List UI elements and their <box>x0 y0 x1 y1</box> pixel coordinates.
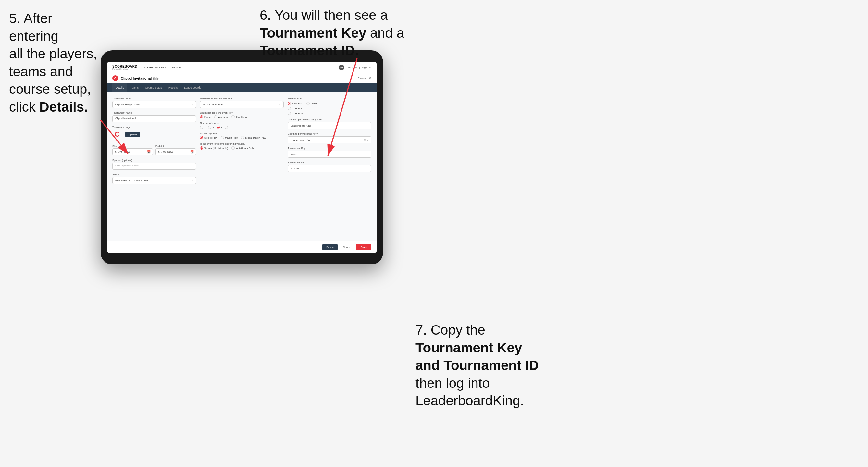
sponsor-label: Sponsor (optional) <box>112 159 196 162</box>
tablet-screen: SCOREBOARD Powered by clippd TOURNAMENTS… <box>107 62 376 253</box>
name-label: Tournament name <box>112 111 196 114</box>
right-column: Format type 5 count 4 6 count 4 <box>288 97 371 236</box>
tournament-id-label: Tournament ID <box>288 161 371 164</box>
rounds-label: Number of rounds <box>200 122 284 125</box>
scoring-label: Scoring system <box>200 132 284 135</box>
team-group: Is this event for Teams and/or Individua… <box>200 143 284 150</box>
third-party-group: Use third-party scoring API? Leaderboard… <box>288 132 371 144</box>
division-select[interactable]: NCAA Division III ⌄ <box>200 101 284 108</box>
scoring-stroke[interactable]: Stroke Play <box>200 136 217 139</box>
womens-radio-circle <box>214 115 217 119</box>
logo-preview: C <box>112 129 122 139</box>
third-party-clear-icon: ✕ ⌄ <box>364 138 368 141</box>
other-circle <box>306 102 310 105</box>
cancel-button[interactable]: Cancel <box>340 244 353 250</box>
scoring-match[interactable]: Match Play <box>221 136 238 139</box>
tab-details[interactable]: Details <box>112 84 127 93</box>
gender-womens[interactable]: Womens <box>214 115 228 119</box>
logo-label: Tournament logo <box>112 126 196 128</box>
sponsor-input[interactable]: Enter sponsor name <box>112 163 196 170</box>
round4-circle <box>225 126 228 129</box>
round-1[interactable]: 1 <box>200 126 206 129</box>
end-date-group: End date Jan 23, 2024 📅 <box>155 143 196 155</box>
scoring-group: Scoring system Stroke Play Match Play <box>200 132 284 139</box>
format-6count5[interactable]: 6 count 5 <box>288 112 303 115</box>
sign-out-link[interactable]: Sign out <box>362 66 371 69</box>
nav-tournaments[interactable]: TOURNAMENTS <box>144 66 166 69</box>
nav-teams[interactable]: TEAMS <box>172 66 182 69</box>
team-label: Is this event for Teams and/or Individua… <box>200 143 284 145</box>
start-date-label: Start date <box>112 145 123 148</box>
tournament-icon: C <box>112 75 118 81</box>
individuals-radio-circle <box>231 146 235 150</box>
header-cancel-btn[interactable]: Cancel ✕ <box>358 76 371 80</box>
team-individuals[interactable]: Individuals Only <box>231 146 254 150</box>
delete-button[interactable]: Delete <box>322 244 338 250</box>
team-teams[interactable]: Teams (+Individuals) <box>200 146 228 150</box>
end-date-label: End date <box>155 145 165 148</box>
brand-name: SCOREBOARD <box>112 65 137 68</box>
division-label: Which division is the event for? <box>200 97 284 100</box>
left-column: Tournament Host Clippd College - Men ⌄ T… <box>112 97 196 236</box>
division-group: Which division is the event for? NCAA Di… <box>200 97 284 108</box>
combined-radio-circle <box>231 115 235 119</box>
round-2[interactable]: 2 <box>208 126 214 129</box>
format-6count4[interactable]: 6 count 4 <box>288 107 303 110</box>
action-bar: Delete Cancel Save <box>107 241 376 253</box>
round1-circle <box>200 126 203 129</box>
division-arrow-icon: ⌄ <box>279 103 281 106</box>
start-date-input[interactable]: Jan 21, 2024 📅 <box>112 148 153 155</box>
scoring-medal-match[interactable]: Medal Match Play <box>241 136 266 139</box>
name-input[interactable]: Clippd Invitational <box>112 115 196 122</box>
third-party-live-select[interactable]: Leaderboard King ✕ ⌄ <box>288 122 371 129</box>
tab-results[interactable]: Results <box>165 84 181 93</box>
tournament-key-value: b4fb7 <box>288 151 371 158</box>
format-5count4[interactable]: 5 count 4 <box>288 102 303 105</box>
gender-radio-group: Mens Womens Combined <box>200 115 284 119</box>
start-calendar-icon: 📅 <box>147 150 151 154</box>
round-4[interactable]: 4 <box>225 126 230 129</box>
tab-teams[interactable]: Teams <box>127 84 142 93</box>
round3-circle <box>217 126 220 129</box>
user-name: Test User <box>346 66 358 69</box>
format-section: Format type 5 count 4 6 count 4 <box>288 97 371 115</box>
6count4-circle <box>288 107 291 110</box>
host-label: Tournament Host <box>112 97 196 100</box>
end-calendar-icon: 📅 <box>190 150 194 154</box>
brand-logo: SCOREBOARD Powered by clippd <box>112 65 137 70</box>
save-button[interactable]: Save <box>356 244 371 250</box>
gender-combined[interactable]: Combined <box>231 115 247 119</box>
third-party-live-label: Use third-party live scoring API? <box>288 118 371 121</box>
round2-circle <box>208 126 211 129</box>
tab-course-setup[interactable]: Course Setup <box>142 84 165 93</box>
tab-bar: Details Teams Course Setup Results Leade… <box>107 84 376 93</box>
host-arrow-icon: ⌄ <box>191 103 193 106</box>
third-party-live-group: Use third-party live scoring API? Leader… <box>288 118 371 129</box>
logo-group: Tournament logo C Upload <box>112 126 196 139</box>
end-date-input[interactable]: Jan 23, 2024 📅 <box>155 148 196 155</box>
third-party-live-clear-icon: ✕ ⌄ <box>364 124 368 127</box>
tab-leaderboards[interactable]: Leaderboards <box>181 84 204 93</box>
format-other[interactable]: Other <box>306 102 317 105</box>
tournament-id-value: 302051 <box>288 165 371 172</box>
round-3[interactable]: 3 <box>217 126 222 129</box>
logo-letter: C <box>115 130 120 138</box>
rounds-radio-group: 1 2 3 4 <box>200 126 284 129</box>
venue-select[interactable]: Peachtree GC - Atlanta - GA ⌄ <box>112 177 196 184</box>
gender-label: Which gender is the event for? <box>200 111 284 114</box>
venue-label: Venue <box>112 173 196 176</box>
third-party-label: Use third-party scoring API? <box>288 132 371 135</box>
venue-arrow-icon: ⌄ <box>191 179 193 182</box>
host-group: Tournament Host Clippd College - Men ⌄ <box>112 97 196 108</box>
name-group: Tournament name Clippd Invitational <box>112 111 196 122</box>
nav-user: TU Test User | Sign out <box>339 65 371 70</box>
upload-button[interactable]: Upload <box>125 132 140 137</box>
host-select[interactable]: Clippd College - Men ⌄ <box>112 101 196 108</box>
tournament-key-group: Tournament Key b4fb7 <box>288 147 371 158</box>
date-group: Start date Jan 21, 2024 📅 End date Jan 2… <box>112 143 196 155</box>
stroke-radio-circle <box>200 136 203 139</box>
gender-mens[interactable]: Mens <box>200 115 211 119</box>
third-party-select[interactable]: Leaderboard King ✕ ⌄ <box>288 136 371 144</box>
page-header: C Clippd Invitational (Men) Cancel ✕ <box>107 73 376 84</box>
tournament-title: Clippd Invitational <box>121 76 152 80</box>
